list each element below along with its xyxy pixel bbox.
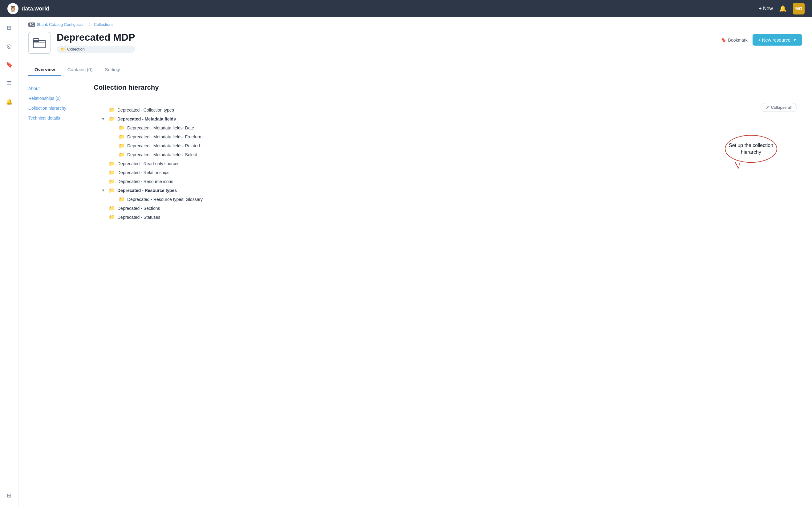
tree-item-label: Deprecated - Resource types: Glossary (127, 197, 203, 202)
sidebar: ⊞ ◎ 🔖 ☰ 🔔 ⊞ (0, 17, 18, 506)
folder-icon: 📁 (109, 187, 115, 193)
collection-icon (28, 32, 50, 54)
tree-item-label: Deprecated - Relationships (117, 170, 170, 175)
collapse-all-button[interactable]: ⤢ Collapse all (760, 103, 797, 112)
page-header-right: 🔖 Bookmark + New resource ▼ (721, 32, 802, 46)
tree-toggle-icon[interactable]: ▼ (101, 117, 106, 121)
folder-icon: 📁 (119, 134, 125, 140)
tab-contains[interactable]: Contains (0) (61, 64, 99, 76)
folder-icon: 📁 (109, 116, 115, 122)
left-nav-about[interactable]: About (28, 85, 84, 92)
breadcrumb-current[interactable]: Collections (94, 22, 114, 27)
topnav: 🦉 data.world + New 🔔 MO (0, 0, 812, 17)
tree-item-label: Deprecated - Statuses (117, 215, 160, 220)
breadcrumb-separator: > (89, 22, 92, 27)
content-area: About Relationships (0) Collection hiera… (18, 76, 812, 237)
folder-icon: 📁 (109, 214, 115, 220)
new-button[interactable]: + New (759, 6, 773, 11)
tree-item-label: Deprecated - Resource icons (117, 179, 173, 184)
tree-row: 📁 Deprecated - Collection types (101, 105, 794, 114)
tree-row: 📁 Deprecated - Metadata fields: Related (101, 141, 794, 150)
breadcrumb-parent[interactable]: 8C 8bank Catalog Configurati... (28, 22, 87, 27)
bookmark-label: Bookmark (728, 37, 747, 43)
tree-row: 📁 Deprecated - Metadata fields: Select (101, 150, 794, 159)
tree-row: 📁 Deprecated - Relationships (101, 168, 794, 177)
folder-icon: 📁 (109, 107, 115, 113)
tree-item-label: Deprecated - Sections (117, 206, 160, 211)
page-title-area: Deprecated MDP 📁 Collection (57, 32, 135, 53)
tree-row: 📁 Deprecated - Metadata fields: Date (101, 123, 794, 132)
tree-toggle-icon[interactable]: ▼ (101, 188, 106, 193)
avatar[interactable]: MO (793, 3, 805, 14)
breadcrumb: 8C 8bank Catalog Configurati... > Collec… (18, 17, 812, 29)
folder-icon: 📁 (119, 152, 125, 158)
callout-text: Set up the collectionhierarchy (725, 135, 777, 163)
topnav-left: 🦉 data.world (7, 3, 49, 14)
tab-settings[interactable]: Settings (99, 64, 127, 76)
collection-badge: 📁 Collection (57, 46, 135, 53)
folder-icon: 📁 (119, 143, 125, 149)
new-resource-label: + New resource (758, 37, 791, 43)
hierarchy-box: ⤢ Collapse all 📁 Deprecated - Collection… (94, 98, 802, 229)
notification-icon[interactable]: 🔔 (779, 5, 787, 12)
folder-icon: 📁 (109, 205, 115, 211)
tree-row: ▼ 📁 Deprecated - Metadata fields (101, 114, 794, 123)
tree-row: 📁 Deprecated - Metadata fields: Freeform (101, 132, 794, 141)
bookmark-button[interactable]: 🔖 Bookmark (721, 37, 747, 43)
bookmark-icon[interactable]: 🔖 (4, 59, 15, 70)
tree-item-label: Deprecated - Resource types (117, 188, 177, 193)
new-resource-button[interactable]: + New resource ▼ (752, 34, 802, 46)
grid-icon[interactable]: ⊞ (4, 22, 15, 33)
collapse-label: Collapse all (771, 105, 792, 110)
folder-icon: 📁 (119, 196, 125, 202)
tree-item-label: Deprecated - Metadata fields: Freeform (127, 134, 202, 139)
folder-icon: 📁 (61, 47, 65, 52)
speech-bubble: Set up the collectionhierarchy (725, 135, 777, 163)
badge-label: Collection (67, 47, 85, 52)
tree-row: 📁 Deprecated - Sections (101, 204, 794, 213)
tree-row: ▼ 📁 Deprecated - Resource types (101, 186, 794, 195)
logo-text: data.world (21, 6, 49, 12)
compass-icon[interactable]: ◎ (4, 41, 15, 52)
tree-row: 📁 Deprecated - Resource types: Glossary (101, 195, 794, 204)
left-nav: About Relationships (0) Collection hiera… (28, 84, 84, 229)
chevron-down-icon: ▼ (793, 38, 797, 42)
page-header-left: Deprecated MDP 📁 Collection (28, 32, 135, 54)
folder-icon: 📁 (109, 178, 115, 184)
logo-icon: 🦉 (7, 3, 18, 14)
apps-icon[interactable]: ⊞ (4, 490, 15, 501)
left-nav-collection-hierarchy[interactable]: Collection hierarchy (28, 104, 84, 112)
tree-item-label: Deprecated - Metadata fields: Select (127, 152, 197, 157)
page-header: Deprecated MDP 📁 Collection 🔖 Bookmark +… (18, 29, 812, 54)
hierarchy-title: Collection hierarchy (94, 84, 802, 91)
folder-icon: 📁 (109, 169, 115, 175)
tree-row: 📁 Deprecated - Read-only sources (101, 159, 794, 168)
folder-icon: 📁 (109, 161, 115, 166)
page-title: Deprecated MDP (57, 32, 135, 43)
table-icon[interactable]: ☰ (4, 78, 15, 89)
bookmark-icon: 🔖 (721, 37, 726, 43)
tree-item-label: Deprecated - Metadata fields: Related (127, 143, 200, 148)
left-nav-relationships[interactable]: Relationships (0) (28, 95, 84, 102)
tabs: Overview Contains (0) Settings (18, 59, 812, 76)
tree-row: 📁 Deprecated - Resource icons (101, 177, 794, 186)
main-content: 8C 8bank Catalog Configurati... > Collec… (18, 17, 812, 506)
left-nav-technical-details[interactable]: Technical details (28, 114, 84, 122)
folder-icon: 📁 (119, 125, 125, 131)
topnav-right: + New 🔔 MO (759, 3, 805, 14)
tree-row: 📁 Deprecated - Statuses (101, 213, 794, 222)
tab-overview[interactable]: Overview (28, 64, 61, 76)
tree-item-label: Deprecated - Read-only sources (117, 161, 180, 166)
tree-item-label: Deprecated - Metadata fields: Date (127, 125, 194, 131)
bell-icon[interactable]: 🔔 (4, 96, 15, 107)
hierarchy-section: Collection hierarchy ⤢ Collapse all 📁 De… (94, 84, 802, 229)
tree-item-label: Deprecated - Collection types (117, 107, 174, 112)
collapse-icon: ⤢ (766, 105, 769, 110)
tree-item-label: Deprecated - Metadata fields (117, 116, 176, 121)
